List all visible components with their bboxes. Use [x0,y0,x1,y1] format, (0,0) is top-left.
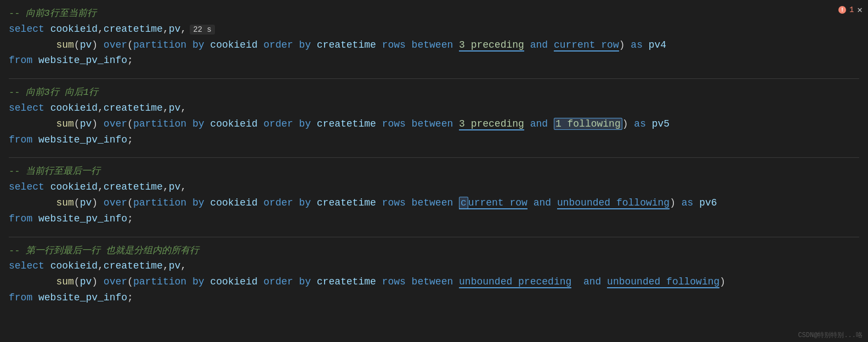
line-from-3: from website_pv_info; [9,211,859,227]
code-block-4: -- 第一行到最后一行 也就是分组内的所有行 select cookieid,c… [9,243,859,306]
comment-3: -- 当前行至最后一行 [9,163,859,179]
comment-4: -- 第一行到最后一行 也就是分组内的所有行 [9,243,859,259]
line-select-3: select cookieid,createtime,pv, [9,179,859,195]
divider-1 [9,78,859,79]
time-badge-1: 22 s [190,25,215,35]
code-block-1: -- 向前3行至当前行 select cookieid,createtime,p… [9,5,859,69]
current-row-hl: current row [459,197,527,209]
line-sum-4: sum(pv) over(partition by cookieid order… [9,274,859,290]
line-from-2: from website_pv_info; [9,132,859,148]
watermark: CSDN@特别特别...咯 [798,330,863,340]
divider-2 [9,157,859,158]
code-block-2: -- 向前3行 向后1行 select cookieid,createtime,… [9,84,859,147]
error-count: 1 [849,5,854,14]
code-block-3: -- 当前行至最后一行 select cookieid,createtime,p… [9,163,859,226]
error-count-icon: ! [838,6,846,14]
line-select-4: select cookieid,createtime,pv, [9,258,859,274]
comment-2: -- 向前3行 向后1行 [9,84,859,100]
error-badge: ! 1 ✕ [838,4,863,15]
close-icon[interactable]: ✕ [857,4,863,15]
line-sum-1: sum(pv) over(partition by cookieid order… [9,37,859,53]
line-from-1: from website_pv_info; [9,53,859,69]
line-sum-2: sum(pv) over(partition by cookieid order… [9,116,859,132]
line-from-4: from website_pv_info; [9,290,859,306]
line-select-1: select cookieid,createtime,pv,22 s [9,21,859,37]
line-sum-3: sum(pv) over(partition by cookieid order… [9,195,859,211]
line-select-2: select cookieid,createtime,pv, [9,100,859,116]
comment-1: -- 向前3行至当前行 [9,5,859,21]
divider-3 [9,237,859,237]
